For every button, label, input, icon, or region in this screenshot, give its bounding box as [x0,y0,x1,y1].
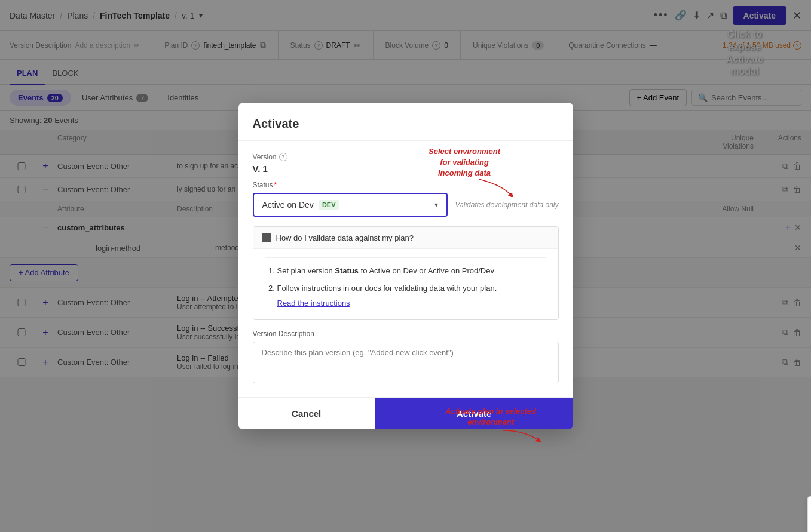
how-to-body: Set plan version Status to Active on Dev… [253,249,558,319]
modal-status-field: Status * Active on Dev DEV ▾ Validates [253,181,559,217]
version-tip-icon: ? [279,153,287,161]
status-required-star: * [274,181,277,189]
modal-overlay[interactable]: Activate Version ? V. 1 Status * [0,0,811,532]
status-chevron-icon: ▾ [434,201,438,209]
how-to-header[interactable]: − How do I validate data against my plan… [253,227,558,249]
modal-title: Activate [238,103,573,141]
status-select-box[interactable]: Active on Dev DEV ▾ [253,193,448,217]
activate-modal: Activate Version ? V. 1 Status * [238,103,573,429]
status-select-left: Active on Dev DEV [262,200,339,210]
status-dev-badge: DEV [319,200,339,210]
modal-status-label-row: Status * [253,181,559,189]
feedback-button[interactable]: ↗ Feedback [807,496,811,532]
modal-version-desc-label: Version Description [253,330,559,338]
modal-version-field: Version ? V. 1 [253,153,559,174]
modal-version-label-row: Version ? [253,153,559,161]
modal-version-label: Version [253,153,277,161]
modal-version-desc-field: Version Description [253,330,559,385]
modal-cancel-button[interactable]: Cancel [238,398,375,429]
how-to-step2: Follow instructions in our docs for vali… [277,281,546,310]
how-to-step1: Set plan version Status to Active on Dev… [277,264,546,279]
how-to-collapse-icon: − [262,233,271,242]
how-to-title: How do I validate data against my plan? [276,233,414,242]
modal-activate-button[interactable]: Activate [375,398,573,429]
status-validates-text: Validates development data only [455,201,558,209]
read-instructions-link[interactable]: Read the instructions [277,299,350,307]
status-option-label: Active on Dev [262,200,314,210]
modal-version-value: V. 1 [253,164,559,174]
how-to-validate-box: − How do I validate data against my plan… [253,226,559,319]
modal-status-label: Status [253,181,273,189]
modal-body: Version ? V. 1 Status * Active on Dev [238,141,573,396]
modal-footer: Cancel Activate [238,397,573,429]
modal-status-row: Active on Dev DEV ▾ Validates developmen… [253,193,559,217]
status-select-wrapper: Active on Dev DEV ▾ [253,193,448,217]
modal-version-desc-textarea[interactable] [253,342,559,383]
